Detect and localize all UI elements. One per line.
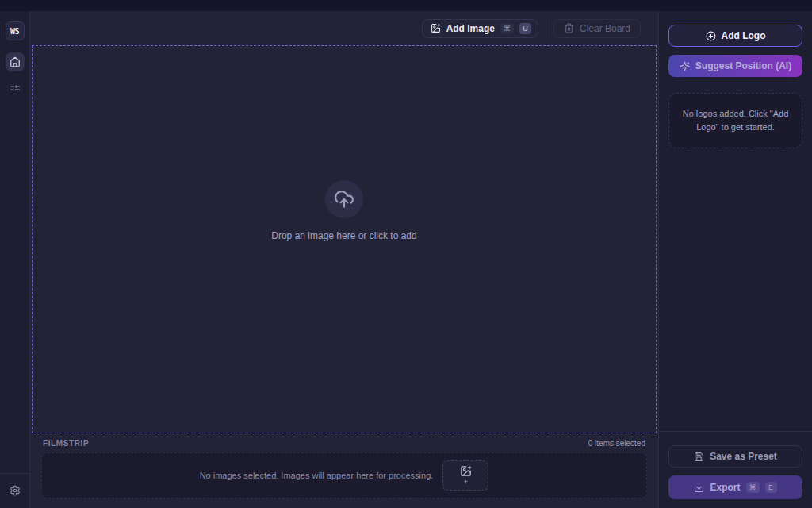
- kbd-e: E: [765, 482, 777, 493]
- sliders-icon: [10, 83, 21, 94]
- sidebar: WS: [0, 11, 30, 508]
- cloud-upload-icon: [334, 189, 354, 210]
- image-plus-icon: [431, 23, 441, 33]
- dropzone-content: Drop an image here or click to add: [271, 180, 416, 241]
- filmstrip-selection-status: 0 items selected: [588, 439, 645, 448]
- filmstrip-title: FILMSTRIP: [43, 439, 89, 448]
- export-button[interactable]: Export ⌘ E: [668, 475, 802, 499]
- save-preset-label: Save as Preset: [710, 451, 777, 462]
- window-top-bar: [0, 0, 812, 11]
- add-logo-label: Add Logo: [722, 30, 766, 41]
- filmstrip-empty-text: No images selected. Images will appear h…: [200, 471, 434, 480]
- logo-panel: Add Logo Suggest Position (AI) No logos …: [658, 11, 812, 508]
- download-icon: [694, 483, 704, 493]
- app-logo: WS: [6, 21, 25, 40]
- suggest-position-button[interactable]: Suggest Position (AI): [668, 55, 802, 77]
- save-icon: [694, 452, 704, 462]
- logo-panel-spacer: [668, 148, 802, 431]
- filmstrip-section: FILMSTRIP 0 items selected No images sel…: [30, 433, 658, 508]
- clear-board-label: Clear Board: [580, 23, 630, 34]
- add-image-button[interactable]: Add Image ⌘ U: [422, 19, 538, 38]
- app-body: WS Add Image: [0, 11, 812, 508]
- filmstrip-add-tile[interactable]: +: [442, 460, 488, 491]
- clear-board-button[interactable]: Clear Board: [553, 19, 641, 38]
- sparkles-icon: [680, 61, 690, 71]
- main-column: Add Image ⌘ U Clear Board Drop an imag: [30, 11, 658, 508]
- image-dropzone[interactable]: Drop an image here or click to add: [32, 45, 657, 433]
- dropzone-text: Drop an image here or click to add: [271, 230, 416, 241]
- kbd-cmd: ⌘: [746, 482, 760, 493]
- add-tile-plus-label: +: [464, 479, 468, 486]
- plus-circle-icon: [706, 31, 716, 41]
- home-icon: [10, 56, 21, 67]
- kbd-u: U: [519, 23, 531, 34]
- upload-circle: [325, 180, 363, 218]
- toolbar-separator: [546, 19, 546, 38]
- canvas-toolbar: Add Image ⌘ U Clear Board: [30, 11, 658, 45]
- filmstrip-header: FILMSTRIP 0 items selected: [41, 439, 647, 452]
- kbd-cmd: ⌘: [500, 23, 514, 34]
- gear-icon: [10, 485, 21, 496]
- filmstrip-tray: No images selected. Images will appear h…: [41, 452, 647, 498]
- panel-divider: [659, 431, 812, 432]
- sidebar-item-adjustments[interactable]: [6, 79, 25, 98]
- settings-button[interactable]: [6, 481, 25, 500]
- suggest-position-label: Suggest Position (AI): [695, 60, 791, 71]
- sidebar-item-home[interactable]: [6, 52, 25, 71]
- sidebar-footer: [0, 473, 30, 508]
- save-preset-button[interactable]: Save as Preset: [668, 445, 802, 468]
- add-image-label: Add Image: [446, 23, 495, 34]
- logo-empty-message: No logos added. Click "Add Logo" to get …: [668, 93, 802, 148]
- add-logo-button[interactable]: Add Logo: [668, 25, 802, 47]
- trash-icon: [564, 23, 574, 33]
- image-plus-icon: [460, 465, 472, 477]
- export-label: Export: [710, 482, 740, 493]
